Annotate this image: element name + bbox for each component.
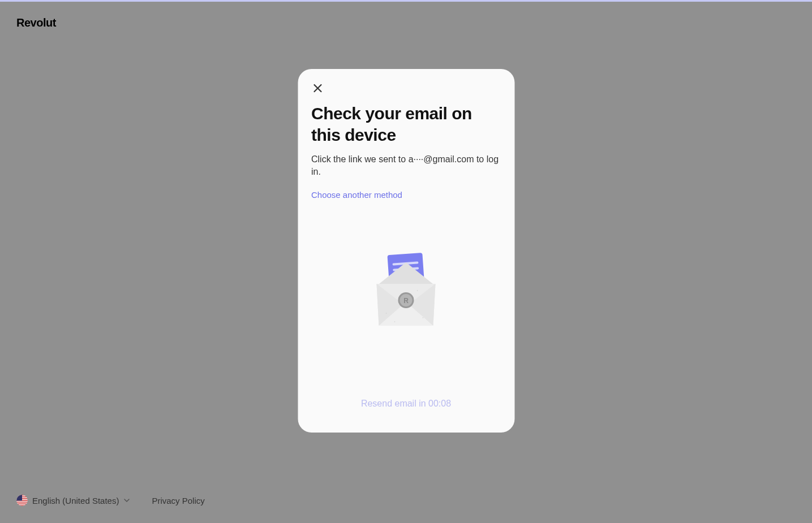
svg-point-11: [394, 321, 395, 322]
us-flag-icon: [16, 495, 28, 506]
language-label: English (United States): [32, 496, 119, 505]
close-button[interactable]: [312, 83, 323, 94]
svg-text:R: R: [403, 297, 409, 305]
svg-rect-22: [16, 495, 22, 501]
brand-logo: Revolut: [16, 16, 56, 29]
modal-description: Click the link we sent to a····@gmail.co…: [311, 153, 501, 178]
svg-point-9: [386, 313, 387, 314]
svg-rect-21: [16, 505, 28, 506]
illustration-container: R: [311, 183, 501, 399]
email-check-modal: Check your email on this device Click th…: [298, 69, 514, 433]
close-icon: [313, 84, 322, 93]
privacy-policy-link[interactable]: Privacy Policy: [152, 496, 204, 505]
modal-title: Check your email on this device: [311, 103, 501, 145]
svg-rect-20: [16, 503, 28, 504]
svg-point-12: [417, 290, 418, 291]
page-footer: English (United States) Privacy Policy: [16, 495, 205, 506]
email-envelope-icon: R: [367, 245, 446, 336]
svg-rect-19: [16, 502, 28, 503]
resend-email-countdown: Resend email in 00:08: [311, 399, 501, 419]
chevron-down-icon: [123, 497, 130, 504]
language-selector[interactable]: English (United States): [16, 495, 130, 506]
svg-point-10: [423, 317, 424, 318]
